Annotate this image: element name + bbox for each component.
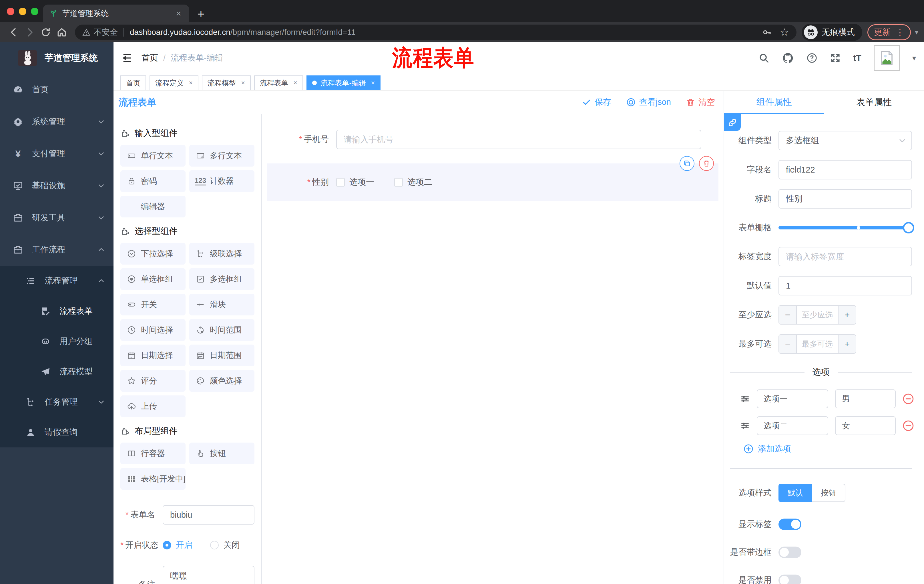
- option-1-value-input[interactable]: [835, 390, 896, 408]
- breadcrumb-home[interactable]: 首页: [142, 52, 158, 64]
- tab-form-props[interactable]: 表单属性: [824, 91, 924, 114]
- home-icon[interactable]: [54, 27, 70, 38]
- sidebar-item-workflow[interactable]: 工作流程: [0, 234, 114, 266]
- status-radio-on[interactable]: 开启: [163, 540, 192, 551]
- canvas-field-phone[interactable]: 手机号: [262, 130, 724, 149]
- show-label-switch[interactable]: [779, 518, 801, 530]
- forward-icon[interactable]: [22, 27, 38, 38]
- border-switch[interactable]: [779, 546, 801, 558]
- style-default-button[interactable]: 默认: [779, 484, 812, 502]
- window-controls[interactable]: [7, 8, 38, 15]
- sidebar-item-process-mgmt[interactable]: 流程管理: [0, 266, 114, 296]
- clear-button[interactable]: 清空: [686, 97, 715, 108]
- tag-close-icon[interactable]: ×: [241, 79, 245, 87]
- browser-menu-icon[interactable]: ⋮: [896, 28, 904, 38]
- component-upload[interactable]: 上传: [120, 395, 186, 417]
- drag-handle-icon[interactable]: [740, 421, 750, 431]
- font-size-icon[interactable]: tT: [853, 53, 861, 63]
- browser-tab[interactable]: 芋道管理系统 ×: [43, 5, 189, 22]
- help-icon[interactable]: [807, 53, 817, 63]
- password-key-icon[interactable]: [762, 28, 771, 37]
- reload-icon[interactable]: [38, 27, 54, 38]
- form-grid-slider[interactable]: [779, 218, 912, 237]
- tag-process-model[interactable]: 流程模型×: [202, 76, 251, 90]
- phone-input[interactable]: [336, 130, 701, 149]
- gender-option-1-checkbox[interactable]: 选项一: [336, 176, 374, 188]
- new-tab-button[interactable]: +: [197, 7, 205, 21]
- tag-close-icon[interactable]: ×: [294, 79, 297, 87]
- drag-handle-icon[interactable]: [740, 394, 750, 404]
- component-cascader[interactable]: 级联选择: [189, 243, 254, 265]
- component-radio-group[interactable]: 单选框组: [120, 268, 186, 290]
- save-button[interactable]: 保存: [582, 97, 611, 108]
- stepper-minus-button[interactable]: −: [779, 335, 797, 353]
- component-type-select[interactable]: [779, 131, 912, 150]
- component-date-picker[interactable]: 日期选择: [120, 345, 186, 366]
- slider-track[interactable]: [779, 226, 912, 229]
- link-icon[interactable]: [724, 114, 741, 131]
- remark-textarea[interactable]: 嘿嘿: [163, 566, 254, 584]
- tag-close-icon[interactable]: ×: [371, 79, 375, 87]
- search-icon[interactable]: [759, 53, 769, 63]
- option-1-name-input[interactable]: [757, 390, 828, 408]
- disabled-switch[interactable]: [779, 574, 801, 584]
- component-time-range[interactable]: 时间范围: [189, 319, 254, 341]
- tag-process-form-edit[interactable]: 流程表单-编辑×: [307, 76, 381, 90]
- tag-home[interactable]: 首页: [120, 76, 146, 90]
- window-zoom-button[interactable]: [31, 8, 38, 15]
- component-counter[interactable]: 123计数器: [189, 170, 254, 192]
- component-switch[interactable]: 开关: [120, 294, 186, 316]
- fullscreen-icon[interactable]: [830, 53, 841, 63]
- address-bar[interactable]: 不安全 dashboard.yudao.iocoder.cn /bpm/mana…: [75, 25, 797, 40]
- tag-close-icon[interactable]: ×: [189, 79, 193, 87]
- tab-component-props[interactable]: 组件属性: [724, 91, 824, 114]
- tab-close-icon[interactable]: ×: [174, 8, 183, 19]
- window-minimize-button[interactable]: [19, 8, 26, 15]
- default-value-input[interactable]: [779, 276, 912, 295]
- option-2-value-input[interactable]: [835, 416, 896, 435]
- component-time-picker[interactable]: 时间选择: [120, 319, 186, 341]
- sidebar-item-leave-query[interactable]: 请假查询: [0, 417, 114, 447]
- component-editor[interactable]: 编辑器: [120, 196, 186, 217]
- avatar[interactable]: [874, 45, 900, 71]
- sidebar-item-process-form[interactable]: 流程表单: [0, 296, 114, 326]
- component-table-wip[interactable]: 表格[开发中]: [120, 468, 186, 490]
- label-width-input[interactable]: [779, 247, 912, 266]
- component-rate[interactable]: 评分: [120, 370, 186, 392]
- field-name-input[interactable]: [779, 160, 912, 179]
- gender-option-2-checkbox[interactable]: 选项二: [394, 176, 432, 188]
- title-input[interactable]: [779, 189, 912, 209]
- back-icon[interactable]: [6, 27, 22, 38]
- component-select[interactable]: 下拉选择: [120, 243, 186, 265]
- component-password[interactable]: 密码: [120, 170, 186, 192]
- component-checkbox-group[interactable]: 多选框组: [189, 268, 254, 290]
- sidebar-item-devtools[interactable]: 研发工具: [0, 202, 114, 234]
- canvas-field-gender-selected[interactable]: 性别 选项一 选项二: [267, 163, 718, 201]
- component-single-text[interactable]: 单行文本: [120, 145, 186, 166]
- sidebar-item-home[interactable]: 首页: [0, 74, 114, 106]
- view-json-button[interactable]: 查看json: [626, 97, 671, 108]
- sidebar-item-system[interactable]: 系统管理: [0, 106, 114, 138]
- max-select-input[interactable]: [797, 335, 838, 353]
- min-select-input[interactable]: [797, 306, 838, 324]
- component-multi-text[interactable]: 多行文本: [189, 145, 254, 166]
- status-radio-off[interactable]: 关闭: [210, 540, 240, 551]
- add-option-button[interactable]: 添加选项: [744, 443, 912, 454]
- browser-update-button[interactable]: 更新 ⋮: [867, 24, 911, 40]
- sidebar-item-process-model[interactable]: 流程模型: [0, 357, 114, 387]
- sidebar-item-user-group[interactable]: 用户分组: [0, 326, 114, 357]
- stepper-plus-button[interactable]: +: [838, 306, 856, 324]
- window-close-button[interactable]: [7, 8, 14, 15]
- stepper-minus-button[interactable]: −: [779, 306, 797, 324]
- stepper-plus-button[interactable]: +: [838, 335, 856, 353]
- delete-field-button[interactable]: [699, 156, 714, 171]
- component-button[interactable]: 按钮: [189, 443, 254, 464]
- sidebar-item-infra[interactable]: 基础设施: [0, 170, 114, 202]
- sidebar-item-task-mgmt[interactable]: 任务管理: [0, 387, 114, 417]
- remove-option-icon[interactable]: [903, 393, 914, 405]
- style-button-button[interactable]: 按钮: [812, 484, 845, 502]
- duplicate-field-button[interactable]: [680, 156, 695, 171]
- sidebar-item-payment[interactable]: ¥ 支付管理: [0, 138, 114, 170]
- component-slider[interactable]: 滑块: [189, 294, 254, 316]
- toolbar-caret-icon[interactable]: ▾: [915, 28, 918, 36]
